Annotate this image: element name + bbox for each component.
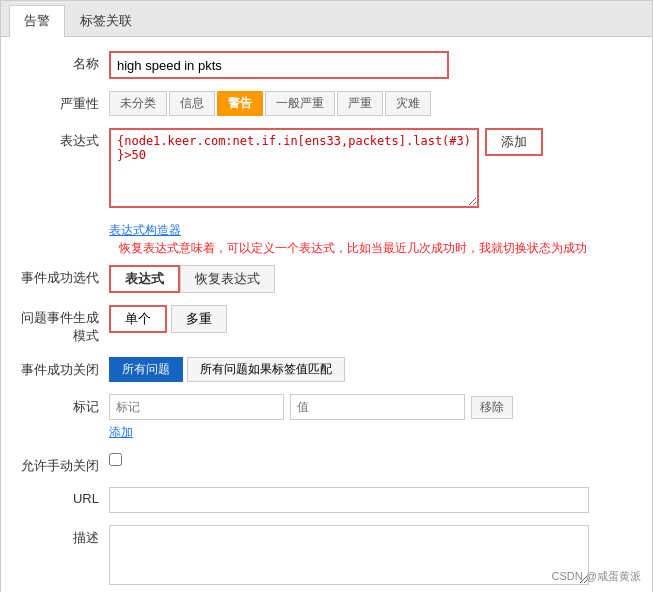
severity-label: 严重性 <box>21 91 109 113</box>
expr-row: 表达式 {node1.keer.com:net.if.in[ens33,pack… <box>21 128 632 208</box>
close-tag-match[interactable]: 所有问题如果标签值匹配 <box>187 357 345 382</box>
tag-delete-button[interactable]: 移除 <box>471 396 513 419</box>
pm-single[interactable]: 单个 <box>109 305 167 333</box>
expr-label: 表达式 <box>21 128 109 150</box>
success-selector-row: 事件成功选代 表达式 恢复表达式 <box>21 265 632 293</box>
pm-multiple[interactable]: 多重 <box>171 305 227 333</box>
sev-info[interactable]: 信息 <box>169 91 215 116</box>
watermark: CSDN @咸蛋黄派 <box>552 569 641 584</box>
tag-value-input[interactable] <box>290 394 465 420</box>
severity-buttons: 未分类 信息 警告 一般严重 严重 灾难 <box>109 91 431 116</box>
tab-alert[interactable]: 告警 <box>9 5 65 37</box>
url-input[interactable] <box>109 487 589 513</box>
expr-textarea[interactable]: {node1.keer.com:net.if.in[ens33,packets]… <box>109 128 479 208</box>
close-all-problems[interactable]: 所有问题 <box>109 357 183 382</box>
toggle-expr[interactable]: 表达式 <box>109 265 180 293</box>
tab-bar: 告警 标签关联 <box>1 1 652 37</box>
problem-mode-label: 问题事件生成模式 <box>21 305 109 345</box>
tab-tag-assoc[interactable]: 标签关联 <box>65 5 147 36</box>
add-expr-button[interactable]: 添加 <box>485 128 543 156</box>
annotation-text: 恢复表达式意味着，可以定义一个表达式，比如当最近几次成功时，我就切换状态为成功 <box>119 241 587 255</box>
desc-textarea[interactable] <box>109 525 589 585</box>
name-row: 名称 <box>21 51 632 79</box>
url-label: URL <box>21 487 109 506</box>
desc-label: 描述 <box>21 525 109 547</box>
annotation-box: 恢复表达式意味着，可以定义一个表达式，比如当最近几次成功时，我就切换状态为成功 <box>119 239 587 257</box>
success-selector-label: 事件成功选代 <box>21 265 109 287</box>
problem-mode-group: 单个 多重 <box>109 305 227 333</box>
tags-section: 移除 添加 <box>109 394 513 441</box>
manual-close-checkbox[interactable] <box>109 453 122 466</box>
sev-general[interactable]: 一般严重 <box>265 91 335 116</box>
sev-severe[interactable]: 严重 <box>337 91 383 116</box>
builder-row: 表达式构造器 恢复表达式意味着，可以定义一个表达式，比如当最近几次成功时，我就切… <box>21 220 632 257</box>
sev-warning[interactable]: 警告 <box>217 91 263 116</box>
add-tag-link[interactable]: 添加 <box>109 424 513 441</box>
tags-label: 标记 <box>21 394 109 416</box>
name-input[interactable] <box>109 51 449 79</box>
close-row: 事件成功关闭 所有问题 所有问题如果标签值匹配 <box>21 357 632 382</box>
manual-close-label: 允许手动关闭 <box>21 453 109 475</box>
url-row: URL <box>21 487 632 513</box>
tags-row: 标记 移除 添加 <box>21 394 632 441</box>
severity-row: 严重性 未分类 信息 警告 一般严重 严重 灾难 <box>21 91 632 116</box>
success-toggle-group: 表达式 恢复表达式 <box>109 265 275 293</box>
problem-mode-row: 问题事件生成模式 单个 多重 <box>21 305 632 345</box>
expr-area-wrap: {node1.keer.com:net.if.in[ens33,packets]… <box>109 128 632 208</box>
name-label: 名称 <box>21 51 109 73</box>
sev-unclassified[interactable]: 未分类 <box>109 91 167 116</box>
toggle-recovery-expr[interactable]: 恢复表达式 <box>180 265 275 293</box>
manual-close-row: 允许手动关闭 <box>21 453 632 475</box>
close-label: 事件成功关闭 <box>21 357 109 379</box>
tag-name-input[interactable] <box>109 394 284 420</box>
builder-link[interactable]: 表达式构造器 <box>109 222 181 239</box>
tag-row: 移除 <box>109 394 513 420</box>
desc-row: 描述 <box>21 525 632 585</box>
close-group: 所有问题 所有问题如果标签值匹配 <box>109 357 345 382</box>
sev-disaster[interactable]: 灾难 <box>385 91 431 116</box>
